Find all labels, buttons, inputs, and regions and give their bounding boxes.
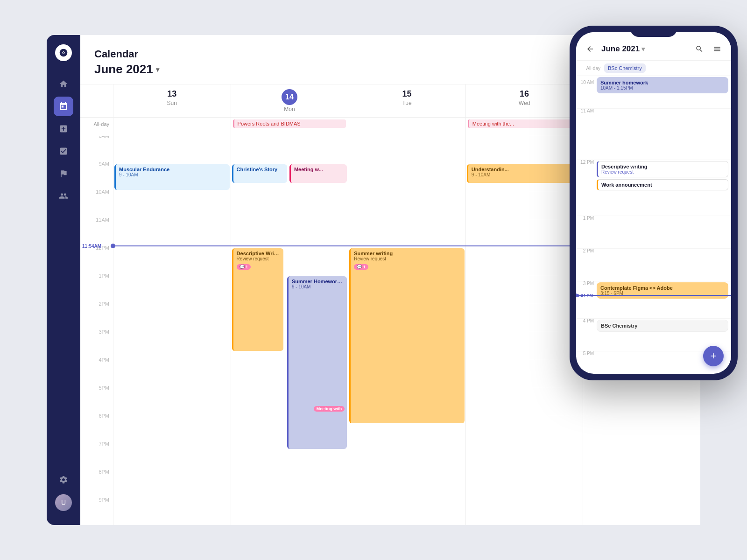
phone-current-time-line: 3:24 PM [576,295,731,296]
event-muscular-endurance[interactable]: Muscular Endurance 9 - 10AM [114,164,230,190]
day-num-14-today: 14 [282,89,297,105]
day-col-sun: Muscular Endurance 9 - 10AM [113,136,231,525]
day-name-tue: Tue [348,100,465,106]
phone-event-contemplate-figma[interactable]: Contemplate Figma <> Adobe 3:15 - 6PM [597,282,728,299]
allday-cell-wed: Meeting with the... [465,118,583,136]
phone-fab-button[interactable]: + [703,346,724,366]
phone-dropdown-icon: ▾ [641,45,645,53]
meeting-with-badge: Meeting with [314,405,345,412]
sidebar: U [47,35,80,525]
current-time-label: 11:54AM [82,244,101,249]
sidebar-bottom: U [54,470,73,516]
event-summer-homework-reminder[interactable]: Summer Homework Reminder 9 - 10AM Meetin… [287,276,347,449]
time-label-3pm: 3PM [99,329,109,335]
phone-overlay: June 2021 ▾ All-day BSc Chemistry [570,26,738,380]
phone-time-row-2pm: 2 PM [576,249,731,281]
day-num-16: 16 [466,89,583,99]
phone-search-button[interactable] [693,42,706,56]
phone-allday-label: All-day [582,66,600,71]
phone-event-bsc-chem[interactable]: BSc Chemistry [597,320,728,332]
phone-event-work-announcement[interactable]: Work announcement [597,179,728,190]
phone-time-row-4pm: 4 PM BSc Chemistry [576,319,731,351]
allday-cell-mon: Powers Roots and BIDMAS [231,118,348,136]
time-label-6pm: 6PM [99,413,109,419]
phone-time-4pm: 4 PM [576,315,597,351]
phone-event-descriptive-writing[interactable]: Descriptive writing Review request [597,161,728,177]
sidebar-item-home[interactable] [54,74,73,94]
phone-time-12pm: 12 PM [576,157,597,216]
allday-label: All-day [80,118,113,136]
phone-events-3pm: Contemplate Figma <> Adobe 3:15 - 6PM [597,281,731,318]
phone-allday-row: All-day BSc Chemistry [576,61,731,76]
comment-badge: 💬 1 [237,264,251,270]
time-label-7pm: 7PM [99,441,109,447]
phone-events-11am [597,109,731,160]
phone-body: All-day BSc Chemistry 10 AM Summer homew… [576,61,731,374]
meeting-pill[interactable]: Meeting with [314,406,345,412]
phone-events-2pm [597,249,731,281]
phone-time-row-12pm: 12 PM Descriptive writing Review request… [576,160,731,216]
event-summer-writing[interactable]: Summer writing Review request 💬 1 [349,248,465,423]
time-label-2pm: 2PM [99,301,109,307]
phone-screen: June 2021 ▾ All-day BSc Chemistry [576,32,731,374]
allday-cell-sun [113,118,231,136]
time-label-8pm: 8PM [99,469,109,475]
sidebar-item-calendar[interactable] [54,97,73,116]
app-logo[interactable] [55,44,72,61]
sidebar-item-tasks[interactable] [54,141,73,161]
day-header-wed[interactable]: 16 Wed [465,84,583,117]
day-col-tue: Summer writing Review request 💬 1 [348,136,465,525]
svg-point-1 [63,52,64,53]
sidebar-item-settings[interactable] [54,470,73,490]
phone-title: June 2021 ▾ [601,44,688,54]
event-understanding[interactable]: Understandin... 9 - 10AM [467,164,582,183]
phone-time-row-1pm: 1 PM [576,216,731,249]
phone-events-1pm [597,216,731,248]
day-header-sun[interactable]: 13 Sun [113,84,231,117]
phone-event-summer-homework[interactable]: Summer homework 10AM - 1:15PM [597,77,728,93]
month-dropdown-arrow: ▾ [156,66,159,73]
phone-menu-button[interactable] [711,42,724,56]
time-label-1pm: 1PM [99,273,109,279]
sidebar-item-add[interactable] [54,119,73,139]
phone-back-button[interactable] [584,42,597,56]
day-name-sun: Sun [113,100,231,106]
day-header-tue[interactable]: 15 Tue [348,84,465,117]
phone-time-row-10am: 10 AM Summer homework 10AM - 1:15PM [576,76,731,109]
sidebar-item-contacts[interactable] [54,186,73,206]
day-header-mon[interactable]: 14 Mon [231,84,348,117]
time-label-9am: 9AM [99,161,109,167]
sidebar-nav [54,74,73,466]
phone-time-2pm: 2 PM [576,245,597,281]
day-num-13: 13 [113,89,231,99]
event-christines-story[interactable]: Christine's Story [232,164,287,183]
time-label-9pm: 9PM [99,497,109,503]
day-col-mon: Christine's Story Meeting w... Descripti… [231,136,348,525]
time-label-4pm: 4PM [99,357,109,363]
time-label-11am: 11AM [96,217,109,223]
phone-current-time-label: 3:24 PM [577,293,593,298]
phone-time-row-11am: 11 AM [576,109,731,160]
event-descriptive-writing[interactable]: Descriptive Writing Review request 💬 1 [232,248,284,351]
phone-events-12pm: Descriptive writing Review request Work … [597,160,731,216]
day-num-15: 15 [348,89,465,99]
user-avatar[interactable]: U [55,494,72,511]
phone-events-10am: Summer homework 10AM - 1:15PM [597,76,731,108]
allday-event-meeting[interactable]: Meeting with the... [468,119,581,128]
summer-writing-comment: 💬 1 [354,264,368,270]
phone-time-1pm: 1 PM [576,213,597,248]
sidebar-item-flag[interactable] [54,164,73,183]
time-labels-col: 8AM 9AM 10AM 11AM 12PM [80,136,113,525]
current-time-dot [111,244,115,248]
phone-time-row-3pm: 3 PM Contemplate Figma <> Adobe 3:15 - 6… [576,281,731,319]
phone-time-10am: 10 AM [576,76,597,108]
phone-notch [630,26,677,37]
day-name-mon: Mon [231,106,348,112]
event-meeting-w[interactable]: Meeting w... [289,164,347,183]
time-label-8am: 8AM [99,136,109,139]
phone-time-3pm: 3 PM [576,278,597,318]
allday-cell-tue [348,118,465,136]
allday-event-powers[interactable]: Powers Roots and BIDMAS [233,119,346,128]
time-label-10am: 10AM [96,189,109,195]
phone-allday-event-bsc[interactable]: BSc Chemistry [604,63,646,73]
